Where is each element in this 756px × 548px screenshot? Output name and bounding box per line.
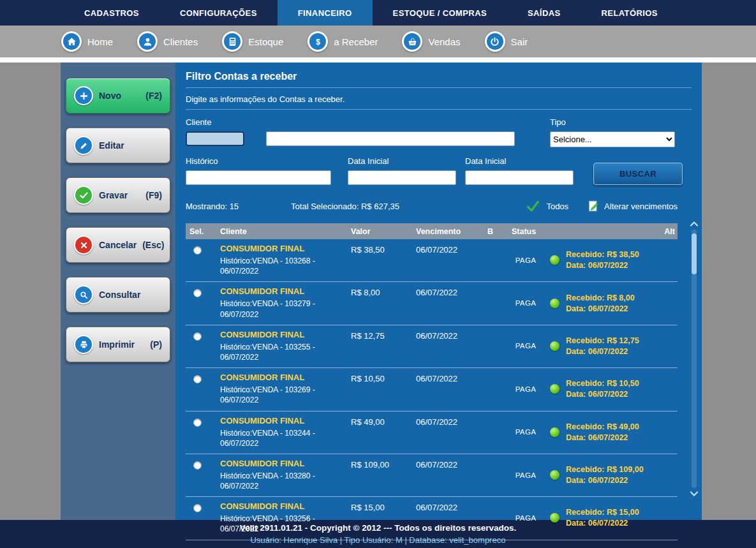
page-subtitle: Digite as informações do Contas a recebe… xyxy=(186,94,692,104)
table-row: CONSUMIDOR FINAL Histórico:VENDA - 10326… xyxy=(186,368,678,411)
toolbar-estoque[interactable]: Estoque xyxy=(222,31,283,52)
todos-label[interactable]: Todos xyxy=(546,202,568,211)
tipo-group: Tipo Selcione... xyxy=(550,117,675,147)
row-cliente-cell: CONSUMIDOR FINAL Histórico:VENDA - 10328… xyxy=(216,459,347,491)
row-client-name: CONSUMIDOR FINAL xyxy=(220,330,347,339)
status-dot-icon xyxy=(550,427,560,437)
row-select-radio[interactable] xyxy=(193,375,202,383)
row-vencimento: 06/07/2022 xyxy=(412,416,484,427)
row-select-radio[interactable] xyxy=(193,461,202,470)
scroll-thumb[interactable] xyxy=(692,233,697,274)
row-historico: Histórico:VENDA - 103279 - 06/07/2022 xyxy=(220,299,336,319)
row-valor: R$ 49,00 xyxy=(347,416,412,427)
alterar-vencimentos-action[interactable]: Alterar vencimentos xyxy=(586,199,678,213)
scroll-down-icon[interactable] xyxy=(690,491,699,497)
tipo-label: Tipo xyxy=(550,117,675,127)
row-select-radio[interactable] xyxy=(193,289,202,297)
row-valor: R$ 8,00 xyxy=(347,286,412,297)
todos-check-icon[interactable] xyxy=(524,199,541,213)
header-vencimento: Vencimento xyxy=(412,227,484,236)
row-historico: Histórico:VENDA - 103269 - 06/07/2022 xyxy=(220,385,336,405)
row-sel-cell xyxy=(186,373,216,385)
row-select-radio[interactable] xyxy=(193,246,202,255)
cliente-code-input[interactable] xyxy=(186,131,244,146)
editar-button[interactable]: Editar xyxy=(66,128,170,163)
row-client-name: CONSUMIDOR FINAL xyxy=(220,459,347,468)
row-status-cell: PAGA Recebido: R$ 8,00 Data: 06/07/2022 xyxy=(508,293,656,313)
imprimir-button[interactable]: Imprimir (P) xyxy=(66,327,170,362)
row-client-name: CONSUMIDOR FINAL xyxy=(220,373,347,382)
row-cliente-cell: CONSUMIDOR FINAL Histórico:VENDA - 10325… xyxy=(216,330,347,362)
action-sidebar: Novo (F2) Editar Gravar (F9) xyxy=(61,63,175,520)
content-panel: Filtro Contas a receber Digite as inform… xyxy=(175,63,702,520)
table-row: CONSUMIDOR FINAL Histórico:VENDA - 10326… xyxy=(186,239,678,282)
row-select-radio[interactable] xyxy=(193,504,202,512)
filter-form-row-1: Cliente Tipo Selcione... xyxy=(186,117,692,147)
toolbar-sair[interactable]: Sair xyxy=(485,31,528,52)
scroll-up-icon[interactable] xyxy=(690,221,699,227)
summary-row: Mostrando: 15 Total Selecionado: R$ 627,… xyxy=(186,199,692,213)
toolbar-vendas-label: Vendas xyxy=(428,36,460,47)
row-cliente-cell: CONSUMIDOR FINAL Histórico:VENDA - 10327… xyxy=(216,286,347,319)
plus-icon xyxy=(74,86,93,105)
row-historico: Histórico:VENDA - 103255 - 06/07/2022 xyxy=(220,342,336,362)
magnifier-icon xyxy=(74,285,93,304)
data-inicial-group: Data Inicial xyxy=(348,156,456,185)
gravar-button[interactable]: Gravar (F9) xyxy=(66,177,170,213)
row-status-cell: PAGA Recebido: R$ 10,50 Data: 06/07/2022 xyxy=(508,379,656,399)
imprimir-shortcut: (P) xyxy=(150,339,162,350)
cliente-name-input[interactable] xyxy=(266,131,515,146)
vertical-scrollbar[interactable] xyxy=(690,221,699,497)
editar-label: Editar xyxy=(99,140,124,151)
row-select-radio[interactable] xyxy=(193,332,202,341)
check-icon xyxy=(74,186,93,205)
menu-cadastros[interactable]: CADASTROS xyxy=(64,0,159,26)
menu-saidas[interactable]: SAÍDAS xyxy=(507,0,581,26)
row-select-radio[interactable] xyxy=(193,418,202,427)
row-vencimento: 06/07/2022 xyxy=(412,244,484,255)
row-vencimento: 06/07/2022 xyxy=(412,286,484,297)
toolbar-clientes[interactable]: Clientes xyxy=(137,31,198,52)
right-margin xyxy=(702,63,756,520)
historico-label: Histórico xyxy=(186,156,331,166)
menu-relatorios[interactable]: RELATÓRIOS xyxy=(581,0,678,26)
row-data: Data: 06/07/2022 xyxy=(566,347,639,356)
header-alt: Alt xyxy=(656,227,678,236)
historico-input[interactable] xyxy=(186,170,331,185)
menu-configuracoes[interactable]: CONFIGURAÇÕES xyxy=(159,0,278,26)
user-icon xyxy=(137,31,158,52)
toolbar-estoque-label: Estoque xyxy=(248,36,283,47)
consultar-button[interactable]: Consultar xyxy=(66,277,170,313)
row-received-info: Recebido: R$ 8,00 Data: 06/07/2022 xyxy=(566,293,635,313)
toolbar-home-label: Home xyxy=(87,36,113,47)
row-client-name: CONSUMIDOR FINAL xyxy=(220,286,347,296)
mostrando-count: Mostrando: 15 xyxy=(186,202,239,211)
filter-form-row-2: Histórico Data Inicial Data Inicial BUSC… xyxy=(186,156,692,185)
row-sel-cell xyxy=(186,244,216,256)
novo-button[interactable]: Novo (F2) xyxy=(66,78,170,114)
row-vencimento: 06/07/2022 xyxy=(412,373,484,383)
cancelar-button[interactable]: Cancelar (Esc) xyxy=(66,227,170,263)
menu-estoque-compras[interactable]: ESTOQUE / COMPRAS xyxy=(373,0,507,26)
page-title: Filtro Contas a receber xyxy=(186,71,692,82)
basket-icon xyxy=(402,31,422,52)
row-status-label: PAGA xyxy=(508,256,544,264)
table-header: Sel. Cliente Valor Vencimento B Status A… xyxy=(186,223,678,239)
toolbar-home[interactable]: Home xyxy=(61,31,113,52)
toolbar-a-receber[interactable]: $ a Receber xyxy=(308,31,378,52)
status-dot-icon xyxy=(550,470,560,480)
menu-financeiro[interactable]: FINANCEIRO xyxy=(278,0,373,26)
row-data: Data: 06/07/2022 xyxy=(566,261,639,270)
status-dot-icon xyxy=(550,513,560,522)
header-cliente: Cliente xyxy=(216,227,347,236)
buscar-button[interactable]: BUSCAR xyxy=(593,163,683,185)
edit-note-icon xyxy=(586,199,600,213)
scroll-track[interactable] xyxy=(692,230,697,488)
toolbar-vendas[interactable]: Vendas xyxy=(402,31,460,52)
row-historico: Histórico:VENDA - 103268 - 06/07/2022 xyxy=(220,256,336,276)
row-status-label: PAGA xyxy=(508,428,544,436)
row-status-label: PAGA xyxy=(508,514,544,522)
data-inicial-input[interactable] xyxy=(348,170,456,185)
data-final-input[interactable] xyxy=(465,170,574,185)
tipo-select[interactable]: Selcione... xyxy=(550,131,675,147)
